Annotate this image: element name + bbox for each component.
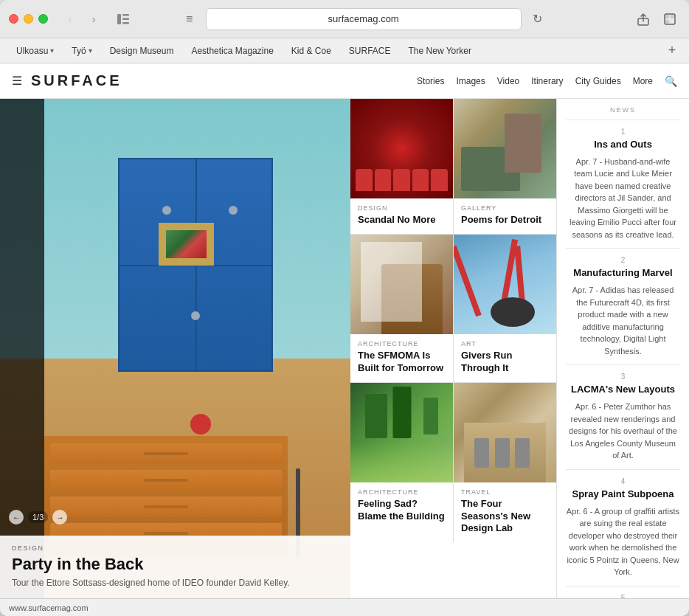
traffic-lights: [9, 14, 48, 24]
new-tab-button[interactable]: [659, 9, 680, 30]
grid-image-4: [454, 235, 556, 334]
bookmark-tyo[interactable]: Työ: [64, 43, 99, 59]
url-text: surfacemag.com: [328, 13, 399, 24]
grid-caption-4: ART Givers Run Through It: [454, 334, 556, 382]
grid-item-2[interactable]: GALLERY Poems for Detroit: [454, 99, 556, 234]
grid-title-2: Poems for Detroit: [461, 214, 549, 226]
nav-more[interactable]: More: [633, 76, 653, 86]
grid-title-4: Givers Run Through It: [461, 350, 549, 375]
svg-rect-2: [122, 18, 129, 20]
drawer-handle-3: [144, 505, 188, 508]
cabinet-handle-tl: [162, 206, 171, 215]
title-bar: ‹ › ≡ surfacemag.com ↻: [0, 0, 689, 38]
bookmark-surface[interactable]: SURFACE: [342, 43, 398, 59]
status-bar: www.surfacemag.com: [0, 598, 689, 616]
bookmark-ulkoasu[interactable]: Ulkoasu: [9, 43, 61, 59]
site-header: ☰ SURFACE Stories Images Video Itinerary…: [0, 63, 689, 99]
bookmark-new-yorker[interactable]: The New Yorker: [401, 43, 479, 59]
nav-city-guides[interactable]: City Guides: [575, 76, 621, 86]
sidebar-title-1: Ins and Outs: [566, 139, 680, 151]
close-button[interactable]: [9, 14, 18, 24]
back-button[interactable]: ‹: [60, 9, 80, 30]
sidebar-text-2: Apr. 7 - Adidas has released the Futurec…: [566, 284, 680, 357]
svg-rect-3: [122, 22, 129, 24]
share-button[interactable]: [633, 9, 654, 30]
status-url: www.surfacemag.com: [9, 603, 89, 612]
site-logo: SURFACE: [31, 72, 122, 89]
hero-prev-button[interactable]: ←: [9, 510, 24, 525]
browser-window: ‹ › ≡ surfacemag.com ↻: [0, 0, 689, 616]
grid-image-5: [350, 383, 453, 482]
grid-image-1: [350, 99, 453, 198]
nav-itinerary[interactable]: Itinerary: [531, 76, 563, 86]
grid-title-5: Feeling Sad? Blame the Building: [358, 498, 446, 523]
menu-button[interactable]: ≡: [179, 9, 200, 30]
bookmarks-bar: Ulkoasu Työ Design Museum Aesthetica Mag…: [0, 38, 689, 63]
hero-caption: DESIGN Party in the Back Tour the Ettore…: [0, 536, 350, 598]
grid-category-6: TRAVEL: [461, 488, 549, 496]
nav-buttons: ‹ ›: [60, 9, 104, 30]
search-icon[interactable]: 🔍: [665, 75, 677, 87]
nav-video[interactable]: Video: [497, 76, 519, 86]
svg-rect-1: [122, 14, 129, 16]
main-content: ← 1/3 → DESIGN Party in the Back Tour th…: [0, 99, 689, 598]
dresser-drawer-1: [50, 443, 282, 464]
sidebar-text-1: Apr. 7 - Husband-and-wife team Lucie and…: [566, 156, 680, 241]
hero-title: Party in the Back: [12, 555, 339, 574]
grid-image-6: [454, 383, 556, 482]
url-bar-container: ≡ surfacemag.com ↻: [179, 8, 548, 30]
hero-next-button[interactable]: →: [52, 510, 67, 525]
grid-container: DESIGN Scandal No More GALLERY Poems for…: [350, 99, 556, 542]
hero-page-indicator: 1/3: [28, 511, 48, 523]
hamburger-icon[interactable]: ☰: [12, 74, 22, 88]
sidebar-label: NEWS: [566, 106, 680, 114]
sidebar-title-4: Spray Paint Subpoena: [566, 488, 680, 501]
sidebar-text-3: Apr. 6 - Peter Zumthor has revealed new …: [566, 401, 680, 462]
grid-category-5: ARCHITECTURE: [358, 488, 446, 496]
sidebar-item-4[interactable]: 4 Spray Paint Subpoena Apr. 6 - A group …: [566, 469, 680, 586]
sidebar-toggle-button[interactable]: [113, 9, 134, 30]
svg-rect-7: [671, 15, 674, 18]
grid-item-6[interactable]: TRAVEL The Four Seasons's New Design Lab: [454, 383, 556, 543]
cabinet-handle-b: [191, 311, 200, 320]
right-sidebar: NEWS 1 Ins and Outs Apr. 7 - Husband-and…: [556, 99, 689, 598]
bookmark-aesthetica[interactable]: Aesthetica Magazine: [184, 43, 280, 59]
picture-art: [166, 230, 207, 258]
sidebar-item-1[interactable]: 1 Ins and Outs Apr. 7 - Husband-and-wife…: [566, 120, 680, 248]
forward-button[interactable]: ›: [83, 9, 104, 30]
grid-section: DESIGN Scandal No More GALLERY Poems for…: [350, 99, 556, 598]
add-tab-button[interactable]: +: [664, 43, 680, 59]
sidebar-num-1: 1: [566, 128, 680, 136]
maximize-button[interactable]: [38, 14, 48, 24]
cabinet-handle-tr: [229, 206, 238, 215]
grid-item-3[interactable]: ARCHITECTURE The SFMOMA Is Built for Tom…: [350, 235, 453, 382]
grid-item-4[interactable]: ART Givers Run Through It: [454, 235, 556, 382]
sidebar-item-3[interactable]: 3 LACMA's New Layouts Apr. 6 - Peter Zum…: [566, 364, 680, 468]
svg-rect-6: [665, 15, 669, 18]
sidebar-item-2[interactable]: 2 Manufacturing Marvel Apr. 7 - Adidas h…: [566, 248, 680, 364]
grid-title-3: The SFMOMA Is Built for Tomorrow: [358, 350, 446, 375]
sidebar-title-2: Manufacturing Marvel: [566, 267, 680, 280]
bookmark-design-museum[interactable]: Design Museum: [103, 43, 181, 59]
hero-subtitle: Tour the Ettore Sottsass-designed home o…: [12, 577, 339, 589]
sidebar-text-4: Apr. 6 - A group of graffiti artists are…: [566, 505, 680, 578]
sidebar-title-3: LACMA's New Layouts: [566, 384, 680, 396]
drawer-handle-2: [144, 479, 188, 482]
picture-frame: [159, 223, 214, 266]
bookmark-kid-coe[interactable]: Kid & Coe: [284, 43, 339, 59]
url-bar[interactable]: surfacemag.com: [206, 8, 522, 30]
grid-title-6: The Four Seasons's New Design Lab: [461, 498, 549, 536]
svg-rect-0: [117, 14, 121, 24]
dresser-drawer-3: [50, 496, 282, 517]
hero-section[interactable]: ← 1/3 → DESIGN Party in the Back Tour th…: [0, 99, 350, 598]
refresh-button[interactable]: ↻: [527, 9, 548, 30]
hero-category: DESIGN: [12, 544, 339, 552]
grid-item-5[interactable]: ARCHITECTURE Feeling Sad? Blame the Buil…: [350, 383, 453, 543]
sidebar-item-5[interactable]: 5 Side Hustles Apr. 6 - Hood by Air is b…: [566, 586, 680, 598]
nav-images[interactable]: Images: [456, 76, 485, 86]
grid-category-2: GALLERY: [461, 204, 549, 212]
nav-stories[interactable]: Stories: [417, 76, 444, 86]
minimize-button[interactable]: [24, 14, 33, 24]
grid-item-1[interactable]: DESIGN Scandal No More: [350, 99, 453, 234]
grid-caption-3: ARCHITECTURE The SFMOMA Is Built for Tom…: [350, 334, 453, 382]
